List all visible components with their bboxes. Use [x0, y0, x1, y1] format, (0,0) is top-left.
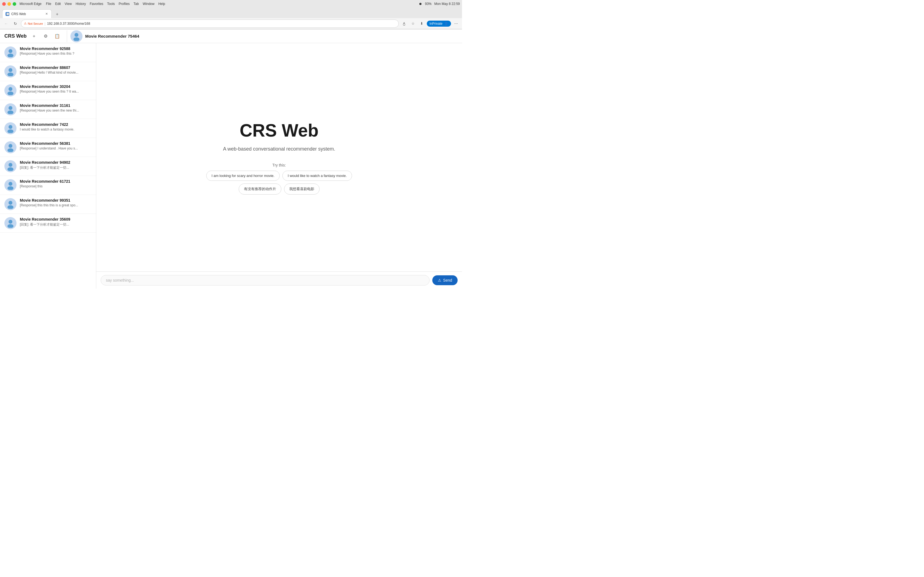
address-separator: | — [45, 22, 45, 26]
crs-subtitle: A web-based conversational recommender s… — [223, 146, 335, 152]
close-window-button[interactable] — [2, 2, 6, 6]
svg-point-17 — [7, 167, 13, 171]
sidebar: Movie Recommender 92588 [Response] Have … — [0, 43, 96, 288]
chat-name: Movie Recommender 7422 — [20, 122, 92, 127]
menu-help[interactable]: Help — [158, 2, 165, 6]
current-chat-avatar — [70, 30, 82, 42]
chat-info: Movie Recommender 61721 [Response] this — [20, 179, 92, 188]
chat-name: Movie Recommender 35609 — [20, 217, 92, 221]
chat-item[interactable]: Movie Recommender 99351 [Response] this … — [0, 195, 96, 214]
menu-tab[interactable]: Tab — [134, 2, 139, 6]
svg-point-11 — [7, 110, 13, 114]
main-layout: Movie Recommender 92588 [Response] Have … — [0, 43, 462, 288]
chat-name: Movie Recommender 94902 — [20, 160, 92, 164]
recording-indicator: ⏺ — [419, 2, 422, 6]
titlebar-right: ⏺ 93% Mon May 8 22:59 — [419, 2, 460, 6]
menu-window[interactable]: Window — [143, 2, 155, 6]
avatar — [5, 141, 16, 153]
avatar — [5, 47, 16, 58]
chat-info: Movie Recommender 31161 [Response] Have … — [20, 103, 92, 112]
chat-info: Movie Recommender 88607 [Response] Hello… — [20, 65, 92, 74]
chat-preview: I would like to watch a fantasy movie. — [20, 127, 92, 131]
menu-view[interactable]: View — [65, 2, 72, 6]
send-icon: ⚠ — [438, 278, 441, 282]
svg-point-6 — [8, 68, 12, 72]
menu-file[interactable]: File — [46, 2, 51, 6]
battery-label: 93% — [425, 2, 431, 6]
svg-point-10 — [8, 106, 12, 110]
back-button[interactable]: ← — [2, 20, 10, 27]
menu-favorites[interactable]: Favorites — [90, 2, 103, 6]
address-bar[interactable]: ⚠ Not Secure | 192.168.0.37:3000/home/16… — [21, 19, 399, 28]
more-options-button[interactable]: ⋯ — [452, 20, 460, 27]
chat-preview: [Response] Have you seen this ? It wa... — [20, 90, 92, 93]
compose-button[interactable]: 📋 — [53, 32, 61, 40]
avatar — [5, 198, 16, 210]
chat-preview: [Response] Hello ! What kind of movie... — [20, 71, 92, 74]
chat-preview: [Response] this — [20, 184, 92, 188]
download-button[interactable]: ⬇ — [418, 20, 426, 27]
minimize-window-button[interactable] — [7, 2, 11, 6]
new-chat-button[interactable]: + — [30, 32, 38, 40]
message-input[interactable] — [101, 275, 430, 285]
chat-item[interactable]: Movie Recommender 88607 [Response] Hello… — [0, 62, 96, 81]
menu-tools[interactable]: Tools — [107, 2, 115, 6]
suggestion-btn-1[interactable]: I would like to watch a fantasy movie. — [283, 171, 352, 181]
maximize-window-button[interactable] — [13, 2, 16, 6]
new-tab-button[interactable]: + — [53, 10, 61, 18]
send-button[interactable]: ⚠ Send — [432, 275, 457, 285]
chat-name: Movie Recommender 56381 — [20, 141, 92, 146]
svg-point-14 — [8, 144, 12, 148]
chat-area: CRS Web A web-based conversational recom… — [96, 43, 462, 271]
chat-preview: [Response] I understand . Have you s... — [20, 147, 92, 150]
active-tab[interactable]: 💬 CRS Web ✕ — [2, 9, 52, 18]
chat-item[interactable]: Movie Recommender 61721 [Response] this — [0, 176, 96, 195]
menu-history[interactable]: History — [76, 2, 86, 6]
suggestion-btn-3[interactable]: 我想看喜剧电影 — [284, 184, 320, 195]
menu-edit[interactable]: Edit — [55, 2, 61, 6]
svg-point-16 — [8, 163, 12, 167]
browser-chrome: 💬 CRS Web ✕ + ← ↻ ⚠ Not Secure | 192.168… — [0, 8, 462, 29]
chat-preview: [Response] Have you seen the new thi... — [20, 108, 92, 112]
svg-point-5 — [7, 53, 13, 57]
avatar — [5, 65, 16, 77]
translate-button[interactable]: A̲ — [401, 20, 408, 27]
favorites-button[interactable]: ☆ — [409, 20, 417, 27]
tab-favicon: 💬 — [5, 12, 10, 16]
suggestions-row-1: I am looking for scary and horror movie.… — [206, 171, 352, 181]
avatar — [5, 217, 16, 229]
avatar — [5, 103, 16, 115]
chat-item[interactable]: Movie Recommender 92588 [Response] Have … — [0, 43, 96, 62]
security-badge: ⚠ Not Secure — [24, 22, 43, 25]
traffic-lights — [2, 2, 16, 6]
chat-item[interactable]: Movie Recommender 7422 I would like to w… — [0, 119, 96, 138]
svg-point-23 — [7, 224, 13, 228]
current-chat-header: Movie Recommender 75464 — [67, 30, 457, 42]
svg-point-9 — [7, 92, 13, 95]
svg-point-18 — [8, 182, 12, 186]
chat-item[interactable]: Movie Recommender 31161 [Response] Have … — [0, 100, 96, 119]
svg-point-15 — [7, 148, 13, 152]
settings-button[interactable]: ⚙ — [42, 32, 50, 40]
suggestion-btn-0[interactable]: I am looking for scary and horror movie. — [206, 171, 279, 181]
refresh-button[interactable]: ↻ — [11, 20, 19, 27]
chat-name: Movie Recommender 92588 — [20, 47, 92, 51]
chat-item[interactable]: Movie Recommender 56381 [Response] I und… — [0, 138, 96, 157]
menu-profiles[interactable]: Profiles — [119, 2, 130, 6]
svg-point-4 — [8, 49, 12, 53]
chat-info: Movie Recommender 56381 [Response] I und… — [20, 141, 92, 150]
menu-bar: File Edit View History Favorites Tools P… — [46, 2, 165, 6]
suggestion-btn-2[interactable]: 有没有推荐的动作片 — [239, 184, 281, 195]
inprivate-button[interactable]: InPrivate 👤 — [427, 21, 451, 27]
inprivate-label: InPrivate — [430, 22, 443, 26]
tab-title-label: CRS Web — [11, 12, 43, 16]
input-area: ⚠ Send — [96, 271, 462, 288]
chat-item[interactable]: Movie Recommender 30204 [Response] Have … — [0, 81, 96, 100]
tab-close-button[interactable]: ✕ — [44, 12, 48, 16]
suggestions-row-2: 有没有推荐的动作片 我想看喜剧电影 — [239, 184, 320, 195]
chat-info: Movie Recommender 35609 [回复]: 看一下分析才能鉴定一… — [20, 217, 92, 227]
svg-point-20 — [8, 201, 12, 205]
chat-item[interactable]: Movie Recommender 35609 [回复]: 看一下分析才能鉴定一… — [0, 214, 96, 233]
address-text: 192.168.0.37:3000/home/168 — [47, 22, 396, 26]
chat-item[interactable]: Movie Recommender 94902 [回复]: 看一下分析才能鉴定一… — [0, 157, 96, 176]
